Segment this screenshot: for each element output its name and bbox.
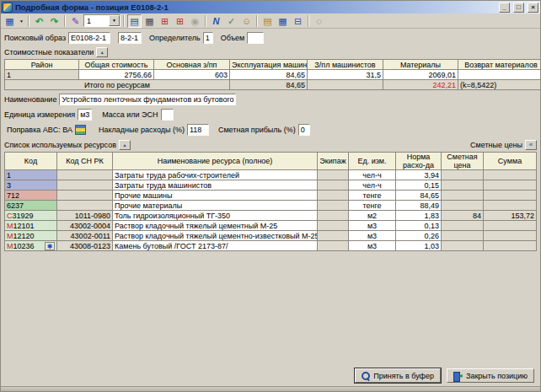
- resource-price: 84: [442, 211, 484, 221]
- cost-section-header: Стоимостные показатели ▲: [4, 47, 537, 57]
- resource-crew: [318, 170, 349, 180]
- code2-input[interactable]: 8-2-1: [118, 32, 142, 44]
- totals-label: Итого по ресурсам: [5, 80, 230, 90]
- resource-row[interactable]: 1 Затраты труда рабочих-строителей чел-ч…: [5, 170, 537, 180]
- profit-input[interactable]: 0: [298, 124, 310, 136]
- col-basic: Основная з/пп: [154, 60, 230, 70]
- resources-collapse-icon[interactable]: ▲: [119, 140, 131, 150]
- position-number-combobox[interactable]: 1 ▼: [83, 14, 121, 27]
- detail-form-icon[interactable]: ▤: [127, 14, 142, 28]
- resource-name: Прочие материалы: [113, 201, 318, 211]
- resource-price: [442, 180, 484, 191]
- resources-table: Код Код СН РК Наименование ресурса (полн…: [4, 152, 537, 251]
- resource-price: [442, 221, 484, 231]
- determinant-input[interactable]: 1: [203, 32, 213, 44]
- unit-label: Единица измерения: [4, 110, 75, 119]
- shield-check-icon[interactable]: ✓: [224, 14, 238, 28]
- resources-title: Список используемых ресурсов: [4, 141, 116, 149]
- unit-row: Единица измерения м3 Масса или ЭСН: [4, 109, 537, 121]
- close-button[interactable]: ×: [528, 3, 538, 13]
- database-icon[interactable]: ▤: [260, 14, 275, 28]
- norm-table-icon[interactable]: ⊞: [158, 14, 172, 28]
- prices-label: Сметные цены: [470, 141, 522, 149]
- resource-name: Затраты труда машинистов: [113, 180, 318, 191]
- name-row: Наименование Устройство ленточных фундам…: [4, 94, 537, 105]
- col-sn-code: Код СН РК: [57, 153, 113, 170]
- exit-door-icon: [453, 372, 463, 380]
- resource-code: С31929: [5, 211, 57, 221]
- pen-icon[interactable]: ✎: [68, 14, 83, 28]
- volume-input[interactable]: [247, 32, 264, 44]
- unit-input[interactable]: м3: [78, 109, 92, 121]
- network-icon[interactable]: ⊟: [291, 14, 305, 28]
- overhead-input[interactable]: 118: [187, 124, 209, 136]
- resource-sum: 153,72: [484, 211, 537, 221]
- resource-star-icon[interactable]: ✱: [45, 242, 55, 250]
- search-input[interactable]: E0108-2-1: [68, 32, 110, 44]
- undo-icon[interactable]: ↶: [32, 14, 46, 28]
- toolbar-separator: [64, 15, 66, 27]
- resource-row[interactable]: М12120 43002-0011 Раствор кладочный тяже…: [5, 231, 537, 241]
- prices-collapse-icon[interactable]: «: [525, 140, 537, 150]
- resource-unit: чел-ч: [349, 180, 396, 191]
- resource-crew: [318, 241, 349, 251]
- resource-name: Прочие машины: [113, 191, 318, 201]
- cost-table-row[interactable]: 1 2756,66 603 84,65 31,5 2069,01: [5, 70, 541, 80]
- user-icon[interactable]: ☺: [239, 14, 254, 28]
- overhead-label: Накладные расходы (%): [99, 126, 185, 134]
- resource-unit: тенге: [349, 201, 396, 211]
- resource-row[interactable]: М10236 ✱ 43008-0123 Камень бутовый /ГОСТ…: [5, 241, 537, 251]
- maximize-button[interactable]: □: [513, 3, 524, 13]
- resource-code: М10236 ✱: [5, 241, 57, 251]
- resource-row[interactable]: 6237 Прочие материалы тенге 88,49: [5, 201, 537, 211]
- cell-machinists: 31,5: [308, 70, 383, 80]
- determinant-label: Определитель: [149, 34, 201, 42]
- magnifier-toolbar-icon[interactable]: ◌: [312, 14, 326, 28]
- norms-doc-icon[interactable]: N: [209, 14, 223, 28]
- resource-row[interactable]: С31929 1011-0980 Толь гидроизоляционный …: [5, 211, 537, 221]
- dark-form-icon[interactable]: ▦: [142, 14, 157, 28]
- resource-code: М12120: [5, 231, 57, 241]
- position-number-value: 1: [84, 17, 109, 25]
- norm-table-2-icon[interactable]: ⊞: [173, 14, 187, 28]
- resource-norm: 0,15: [396, 180, 442, 191]
- cell-return: [458, 70, 541, 80]
- minimize-button[interactable]: _: [499, 3, 510, 13]
- col-norm: Норма расхо-да: [396, 153, 442, 170]
- redo-icon[interactable]: ↷: [47, 14, 62, 28]
- cell-rajon: 1: [5, 70, 79, 80]
- resource-price: [442, 191, 484, 201]
- resource-row[interactable]: 3 Затраты труда машинистов чел-ч 0,15: [5, 180, 537, 191]
- table-gear-icon[interactable]: ▦: [276, 14, 290, 28]
- resource-name: Раствор кладочный тяжелый цементный М-25: [113, 221, 318, 231]
- save-dropdown-icon[interactable]: ▼: [18, 19, 25, 24]
- col-rajon: Район: [5, 60, 79, 70]
- save-icon[interactable]: ▦: [3, 14, 17, 28]
- combobox-dropdown-icon[interactable]: ▼: [109, 15, 120, 26]
- resource-crew: [318, 180, 349, 191]
- cell-total: 2756,66: [79, 70, 154, 80]
- resource-name: Затраты труда рабочих-строителей: [113, 170, 318, 180]
- resource-crew: [318, 221, 349, 231]
- resource-name: Раствор кладочный тяжелый цементно-извес…: [113, 231, 318, 241]
- empty-area: [4, 251, 537, 368]
- resource-row[interactable]: М12101 43002-0004 Раствор кладочный тяже…: [5, 221, 537, 231]
- col-machines: Эксплуатация машин: [230, 60, 308, 70]
- resource-unit: м3: [349, 231, 396, 241]
- col-code: Код: [5, 153, 57, 170]
- resource-row[interactable]: 712 Прочие машины тенге 84,65: [5, 191, 537, 201]
- accept-to-buffer-button[interactable]: Принять в буфер: [355, 368, 441, 383]
- resource-name: Толь гидроизоляционный ТГ-350: [113, 211, 318, 221]
- name-input[interactable]: Устройство ленточных фундаментов из буто…: [59, 94, 236, 105]
- col-unit: Ед. изм.: [349, 153, 396, 170]
- window-bottom-border: [1, 386, 540, 391]
- app-icon: [3, 3, 13, 13]
- cost-section-title: Стоимостные показатели: [4, 48, 94, 56]
- close-position-button[interactable]: Закрыть позицию: [447, 368, 534, 383]
- resource-crew: [318, 211, 349, 221]
- col-resource-name: Наименование ресурса (полное): [113, 153, 318, 170]
- abc-table-icon[interactable]: [75, 125, 86, 135]
- cost-section-collapse-icon[interactable]: ▲: [96, 47, 108, 57]
- resource-sum: [484, 191, 537, 201]
- mass-input[interactable]: [161, 109, 174, 121]
